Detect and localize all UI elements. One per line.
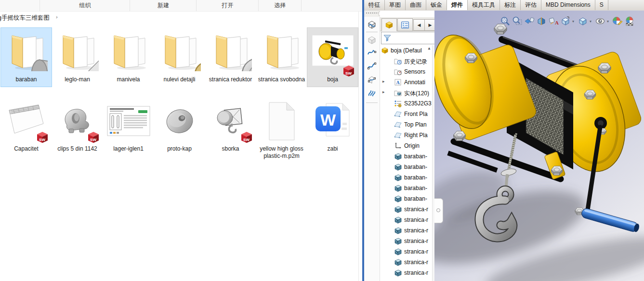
feature-tree-root[interactable]: boja (Defaul	[380, 45, 432, 56]
tree-item-s235j2g3[interactable]: S235J2G3	[380, 98, 432, 109]
3d-viewport[interactable]	[434, 11, 644, 281]
folder-baraban[interactable]: baraban	[1, 28, 52, 87]
feature-manager-panel: ◀ ▶ boja (Defaul 历史记录 Sensors ▸	[380, 11, 437, 281]
tree-scroll-up-icon[interactable]: ▲	[427, 46, 431, 51]
item-icon	[256, 29, 307, 75]
hex-bolt	[465, 53, 477, 63]
edit-appearance-icon[interactable]	[612, 16, 623, 26]
file-lager-iglen1[interactable]: lager-iglen1	[103, 97, 154, 156]
hide-show-items-icon[interactable]	[595, 16, 605, 26]
folder-nulevi-detajli[interactable]: nulevi detajli	[154, 28, 205, 87]
tree-item-baraban-[interactable]: baraban-	[380, 172, 432, 183]
tab-草图[interactable]: 草图	[385, 0, 406, 10]
command-select[interactable]: 选择	[258, 0, 302, 11]
hide-show-caret-icon[interactable]: ▾	[607, 19, 611, 24]
tab-模具工具[interactable]: 模具工具	[468, 0, 500, 10]
tree-item-stranica-r[interactable]: stranica-r	[380, 257, 432, 268]
folder-manivela[interactable]: manivela	[103, 28, 154, 87]
tab-property-manager[interactable]	[397, 18, 413, 31]
tree-item-right-pla[interactable]: Right Pla	[380, 130, 432, 140]
sketch-icon[interactable]	[367, 48, 377, 57]
file-sborka[interactable]: sborka	[205, 97, 256, 156]
tab-特征[interactable]: 特征	[364, 0, 385, 10]
tree-item-baraban-[interactable]: baraban-	[380, 151, 432, 162]
previous-view-icon[interactable]	[524, 16, 535, 26]
tree-item-sensors[interactable]: Sensors	[380, 66, 432, 77]
tree-pane-left-button[interactable]: ◀	[413, 19, 425, 31]
command-open[interactable]: 打开	[196, 0, 259, 11]
tree-item-icon	[394, 174, 402, 181]
item-label: sborka	[205, 145, 256, 153]
tree-item-label: Annotati	[404, 79, 425, 86]
item-label: nulevi detajli	[154, 76, 205, 83]
tab-钣金[interactable]: 钣金	[426, 0, 447, 10]
tree-item-origin[interactable]: Origin	[380, 140, 432, 151]
panel-splitter-handle[interactable]	[434, 198, 443, 223]
tree-item-baraban-[interactable]: baraban-	[380, 193, 432, 204]
item-icon	[52, 98, 103, 144]
tree-item-top-plan[interactable]: Top Plan	[380, 119, 432, 130]
weldment-part-icon[interactable]	[367, 20, 377, 29]
explorer-scrollbar-track[interactable]	[358, 12, 359, 281]
display-style-caret-icon[interactable]: ▾	[590, 19, 593, 24]
tree-item-baraban-[interactable]: baraban-	[380, 183, 432, 193]
svg-text:A: A	[555, 20, 559, 26]
breadcrumb[interactable]: g手摇纹车三维套图 ›	[0, 12, 362, 24]
item-icon	[205, 98, 256, 144]
display-style-icon[interactable]	[578, 16, 588, 26]
tab-焊件[interactable]: 焊件	[447, 0, 468, 10]
tree-item-label: baraban-	[404, 164, 427, 170]
expand-arrow-icon[interactable]: ▸	[382, 89, 386, 94]
command-new[interactable]: 新建	[130, 0, 197, 11]
view-orientation-icon[interactable]	[560, 16, 571, 26]
tree-filter-field[interactable]	[381, 32, 435, 44]
zoom-to-area-icon[interactable]	[512, 16, 523, 26]
file-zabi[interactable]: W zabi	[307, 97, 358, 156]
folder-stranica-reduktor[interactable]: stranica reduktor	[205, 28, 256, 87]
spline-icon[interactable]	[367, 61, 377, 71]
tab-s[interactable]: S	[595, 0, 608, 10]
tab-曲面[interactable]: 曲面	[406, 0, 426, 10]
command-organize[interactable]: 组织	[39, 0, 130, 11]
tree-item-stranica-r[interactable]: stranica-r	[380, 215, 432, 225]
tab-评估[interactable]: 评估	[521, 0, 541, 10]
feature-tree: boja (Defaul 历史记录 Sensors ▸ Annotati ▸ 实…	[380, 45, 432, 278]
tree-item-stranica-r[interactable]: stranica-r	[380, 236, 432, 246]
tab-标注[interactable]: 标注	[500, 0, 521, 10]
annotation-visibility-icon[interactable]: A	[548, 16, 559, 26]
tree-item-历史记录[interactable]: 历史记录	[380, 56, 432, 66]
3d-sketch-icon[interactable]	[367, 75, 377, 84]
curve-icon[interactable]	[367, 88, 377, 98]
tree-item-front-pla[interactable]: Front Pla	[380, 109, 432, 119]
file-proto-kap[interactable]: proto-kap	[154, 97, 205, 156]
drag-handle-icon[interactable]	[366, 12, 378, 14]
tree-item-stranica-r[interactable]: stranica-r	[380, 204, 432, 215]
file-boja[interactable]: boja	[307, 28, 358, 87]
section-view-icon[interactable]	[536, 16, 547, 26]
folder-icon	[158, 33, 201, 71]
file-yellow-high-gloss-plastic-m-p2m[interactable]: yellow high gloss plastic-m.p2m	[256, 97, 307, 156]
tree-item-stranica-r[interactable]: stranica-r	[380, 268, 432, 278]
breadcrumb-chevron-icon[interactable]: ›	[56, 14, 58, 20]
item-label: Capacitet	[1, 145, 52, 153]
tree-item-annotati[interactable]: ▸ Annotati	[380, 77, 432, 88]
tree-item-icon	[394, 227, 402, 234]
item-icon	[154, 29, 205, 75]
file-capacitet[interactable]: Capacitet	[1, 97, 52, 156]
expand-arrow-icon[interactable]: ▸	[382, 79, 386, 84]
folder-stranica-svobodna[interactable]: stranica svobodna	[256, 28, 307, 87]
tree-item-实体-120-[interactable]: ▸ 实体(120)	[380, 88, 432, 98]
breadcrumb-folder[interactable]: g手摇纹车三维套图	[0, 14, 50, 22]
tree-item-stranica-r[interactable]: stranica-r	[380, 246, 432, 257]
tab-mbd-dimensions[interactable]: MBD Dimensions	[541, 0, 595, 10]
apply-scene-icon[interactable]	[624, 16, 635, 26]
zoom-to-fit-icon[interactable]	[500, 16, 511, 26]
tab-feature-manager[interactable]	[381, 18, 397, 31]
folder-leglo-man[interactable]: leglo-man	[52, 28, 103, 87]
tree-item-baraban-[interactable]: baraban-	[380, 162, 432, 172]
file-clips-5-din-1142[interactable]: clips 5 din 1142	[52, 97, 103, 156]
body-disabled-icon[interactable]	[367, 35, 377, 45]
view-orientation-caret-icon[interactable]: ▾	[572, 19, 576, 24]
folder-icon	[261, 33, 303, 71]
tree-item-stranica-r[interactable]: stranica-r	[380, 225, 432, 236]
